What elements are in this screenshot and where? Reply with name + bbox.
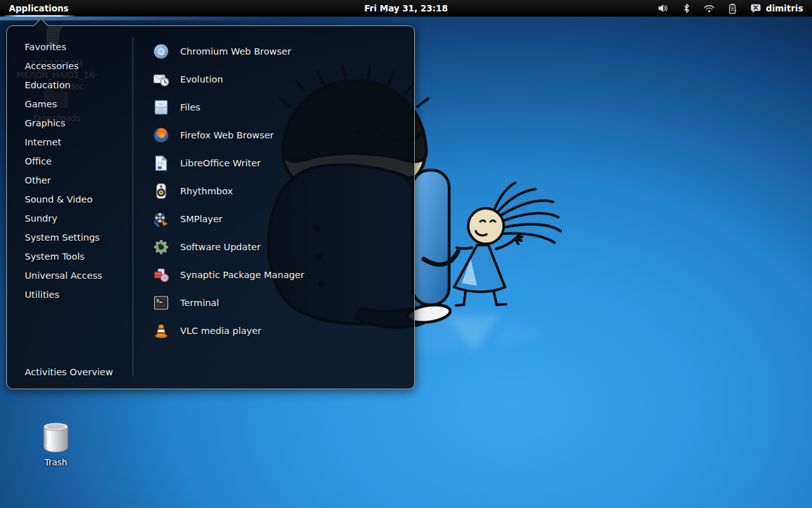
applications-button-label: Applications: [9, 3, 69, 13]
screen: ΚΑΤΑΣΤΑΣΗ ΜΕΛΩΝ_ΗΛΙΟΣ_16-05-2013.doc Dow…: [0, 0, 812, 508]
files-icon: [153, 99, 169, 116]
desktop-icon-trash[interactable]: Trash: [10, 422, 102, 468]
battery-icon[interactable]: [728, 3, 737, 14]
category-item[interactable]: Other: [25, 171, 133, 190]
username: dimitris: [766, 3, 803, 13]
app-item[interactable]: Chromium Web Browser: [153, 37, 414, 65]
user-menu[interactable]: dimitris: [750, 3, 803, 13]
system-status-area: [657, 3, 737, 14]
category-item[interactable]: Favorites: [25, 37, 133, 57]
category-item[interactable]: Games: [25, 95, 133, 114]
libreoffice-writer-icon: [153, 155, 169, 171]
category-item[interactable]: Sound & Video: [25, 190, 133, 209]
category-item[interactable]: Office: [25, 152, 133, 171]
chromium-icon: [153, 43, 169, 60]
app-item-label: VLC media player: [180, 326, 261, 336]
software-updater-icon: [153, 239, 169, 255]
category-item[interactable]: System Tools: [25, 247, 133, 266]
app-item-label: Files: [180, 102, 200, 112]
applications-button[interactable]: Applications: [0, 0, 77, 17]
applications-menu: FavoritesAccessoriesEducationGamesGraphi…: [6, 25, 415, 389]
bluetooth-icon[interactable]: [683, 3, 690, 13]
app-item[interactable]: SMPlayer: [153, 205, 414, 233]
top-bar: Applications Fri May 31, 23:18 dimitris: [0, 0, 812, 17]
app-list: Chromium Web BrowserEvolutionFilesFirefo…: [133, 26, 414, 389]
app-item[interactable]: Files: [153, 93, 414, 121]
category-item[interactable]: Internet: [25, 133, 133, 152]
app-item-label: Rhythmbox: [180, 186, 233, 196]
app-item-label: SMPlayer: [180, 214, 223, 224]
evolution-icon: [153, 71, 169, 88]
panel-right: dimitris: [657, 3, 812, 14]
category-item[interactable]: Sundry: [25, 209, 133, 228]
app-item[interactable]: Synaptic Package Manager: [153, 261, 414, 289]
synaptic-icon: [153, 267, 169, 283]
app-item[interactable]: Software Updater: [153, 233, 414, 261]
category-item[interactable]: Education: [25, 76, 133, 95]
app-item[interactable]: Terminal: [153, 289, 414, 317]
activities-overview-button[interactable]: Activities Overview: [25, 367, 113, 377]
category-item[interactable]: Graphics: [25, 114, 133, 133]
rhythmbox-icon: [153, 183, 169, 199]
app-item[interactable]: LibreOffice Writer: [153, 149, 414, 177]
presence-icon: [750, 4, 761, 13]
smplayer-icon: [153, 211, 169, 227]
vlc-icon: [153, 323, 169, 339]
wifi-icon[interactable]: [704, 4, 715, 13]
desktop-icon-label: Trash: [10, 457, 102, 468]
app-item-label: LibreOffice Writer: [180, 158, 261, 168]
terminal-icon: [153, 295, 169, 311]
app-item-label: Firefox Web Browser: [180, 130, 274, 140]
app-item[interactable]: Rhythmbox: [153, 177, 414, 205]
category-item[interactable]: Utilities: [25, 285, 133, 304]
firefox-icon: [153, 127, 169, 144]
category-list: FavoritesAccessoriesEducationGamesGraphi…: [7, 26, 133, 389]
category-item[interactable]: System Settings: [25, 228, 133, 247]
app-item-label: Chromium Web Browser: [180, 46, 291, 57]
app-item-label: Software Updater: [180, 242, 261, 252]
app-item-label: Synaptic Package Manager: [180, 270, 304, 280]
app-item[interactable]: Evolution: [153, 65, 414, 93]
app-item[interactable]: VLC media player: [153, 317, 414, 345]
app-item[interactable]: Firefox Web Browser: [153, 121, 414, 149]
volume-icon[interactable]: [657, 3, 670, 13]
active-menu-underline: [4, 15, 75, 17]
app-item-label: Evolution: [180, 74, 223, 84]
trash-icon: [10, 422, 102, 455]
app-item-label: Terminal: [180, 298, 219, 308]
category-item[interactable]: Accessories: [25, 57, 133, 76]
category-item[interactable]: Universal Access: [25, 266, 133, 285]
